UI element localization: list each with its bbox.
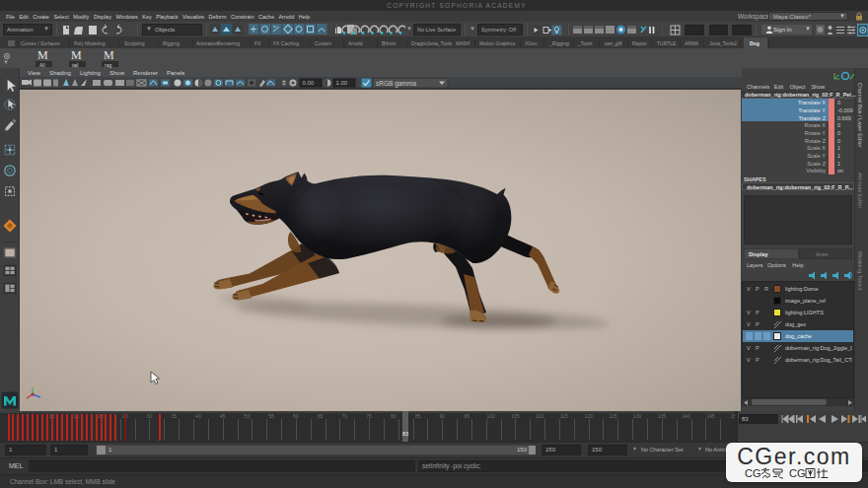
svg-text:0.00: 0.00	[303, 80, 315, 86]
svg-text:sRGB gamma: sRGB gamma	[376, 80, 416, 88]
svg-text:1.00: 1.00	[336, 80, 348, 86]
